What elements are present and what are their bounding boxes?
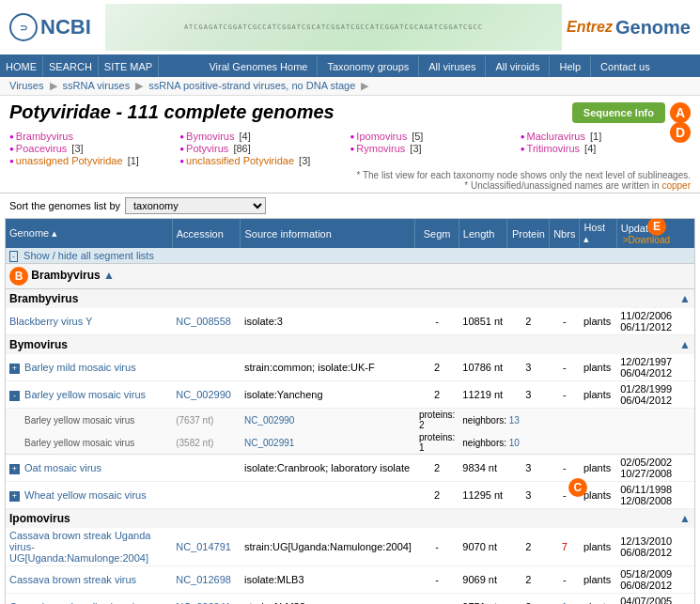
sort-bar: Sort the genomes list by taxonomy length…: [0, 193, 700, 218]
show-hide-row: - Show / hide all segment lists: [6, 248, 694, 264]
tax-link-rymovirus[interactable]: ● Rymovirus [3]: [350, 143, 521, 154]
table-subrow: Barley yellow mosaic virus (7637 nt) NC_…: [6, 409, 694, 432]
col-header-genome[interactable]: Genome ▴: [6, 219, 172, 248]
annotation-d: D: [670, 122, 691, 143]
expand-oat[interactable]: +: [9, 464, 20, 474]
nav-search[interactable]: SEARCH: [43, 56, 99, 77]
col-header-protein: Protein: [507, 219, 550, 248]
header: ⊃ NCBI ATCGAGATCGGATCGCCATCGGATCGCATCGGA…: [0, 0, 700, 56]
ncbi-logo[interactable]: ⊃ NCBI: [9, 13, 91, 41]
table-row: - Barley yellow mosaic virus NC_002990 i…: [6, 381, 694, 409]
genome-link[interactable]: Barley mild mosaic virus: [24, 362, 136, 373]
scroll-up-bymovirus[interactable]: ▲: [679, 338, 691, 351]
group-header-brambyvirus: B Brambyvirus ▲: [6, 264, 694, 289]
entrez-genome-logo: Entrez Genome: [567, 17, 691, 39]
nav-help[interactable]: Help: [550, 56, 591, 77]
accession-link[interactable]: NC_002990: [176, 389, 231, 400]
tax-link-poacevirus[interactable]: ● Poacevirus [3]: [9, 143, 179, 154]
ncbi-brand: NCBI: [40, 15, 91, 39]
sort-select[interactable]: taxonomy length date: [125, 197, 266, 214]
tax-link-ipomovirus[interactable]: ● Ipomovirus [5]: [350, 131, 521, 142]
scroll-up-ipomovirus[interactable]: ▲: [679, 512, 691, 525]
tax-link-unassigned[interactable]: ● unassigned Potyviridae [1]: [9, 155, 179, 166]
table-row: + Barley mild mosaic virus strain:common…: [6, 354, 694, 381]
collapse-barley-yellow[interactable]: -: [9, 391, 20, 401]
nav-viral-genomes-home[interactable]: Viral Genomes Home: [199, 56, 318, 77]
col-header-host: Host ▴: [580, 219, 616, 248]
annotation-b: B: [9, 267, 28, 286]
download-link[interactable]: >Download: [623, 235, 670, 245]
accession-link[interactable]: NC_014791: [176, 541, 231, 552]
col-header-accession[interactable]: Accession: [172, 219, 241, 248]
show-hide-label[interactable]: - Show / hide all segment lists: [6, 248, 694, 264]
breadcrumb-ssrna-positive[interactable]: ssRNA positive-strand viruses, no DNA st…: [148, 80, 355, 91]
genome-link[interactable]: Barley yellow mosaic virus: [24, 389, 146, 400]
nav-contact-us[interactable]: Contact us: [591, 56, 660, 77]
table-row: + Oat mosaic virus isolate:Cranbrook; la…: [6, 455, 694, 482]
tax-link-unclassified[interactable]: ● unclassified Potyviridae [3]: [179, 155, 350, 166]
nbrs-link[interactable]: 7: [562, 541, 568, 552]
group-header-ipomovirus: Ipomovirus ▲: [6, 509, 694, 529]
nav-site-map[interactable]: SITE MAP: [99, 56, 159, 77]
genome-link[interactable]: Cassava brown streak virus: [9, 574, 136, 585]
accession-link[interactable]: NC_008558: [176, 316, 231, 327]
tax-link-tritimovirus[interactable]: ● Tritimovirus [4]: [521, 143, 691, 154]
genome-link[interactable]: Wheat yellow mosaic virus: [24, 489, 147, 501]
col-header-nbrs: Nbrs: [550, 219, 580, 248]
page-title-section: Potyviridae - 111 complete genomes Seque…: [0, 96, 700, 129]
taxonomy-links: ● Brambyvirus ● Bymovirus [4] ● Ipomovir…: [0, 129, 700, 168]
neighbors-link[interactable]: 10: [509, 438, 520, 448]
accession-link[interactable]: NC_012698: [176, 574, 231, 585]
genome-table: Genome ▴ Accession Source information Se…: [6, 219, 694, 604]
annotation-a: A: [670, 102, 691, 123]
breadcrumb-sep1: ▶: [50, 80, 57, 91]
breadcrumb-viruses[interactable]: Viruses: [9, 80, 43, 91]
note-1: * The list view for each taxonomy node s…: [9, 170, 691, 180]
nav-separator: [159, 56, 199, 77]
col-header-length: Length: [459, 219, 507, 248]
breadcrumb-ssrna[interactable]: ssRNA viruses: [63, 80, 131, 91]
neighbors-link[interactable]: 13: [509, 415, 520, 426]
notes-section: * The list view for each taxonomy node s…: [0, 168, 700, 193]
genome-table-container: Genome ▴ Accession Source information Se…: [5, 218, 695, 604]
table-header-row: Genome ▴ Accession Source information Se…: [6, 219, 694, 248]
note-2: * Unclassified/unassigned names are writ…: [9, 180, 691, 191]
genome-link[interactable]: Oat mosaic virus: [24, 462, 101, 473]
nav-all-viroids[interactable]: All viroids: [486, 56, 550, 77]
sub-accession-link[interactable]: NC_002991: [244, 438, 294, 448]
genome-text: Genome: [615, 17, 691, 39]
table-row: Cassava brown streak virus NC_012698 iso…: [6, 566, 694, 594]
sort-label: Sort the genomes list by: [9, 200, 120, 211]
breadcrumb-sep2: ▶: [135, 80, 143, 91]
group-header-bymovirus: Bymovirus ▲: [6, 335, 694, 355]
breadcrumb: Viruses ▶ ssRNA viruses ▶ ssRNA positive…: [0, 77, 700, 96]
expand-barley-mild[interactable]: +: [9, 364, 20, 374]
tax-link-bymovirus[interactable]: ● Bymovirus [4]: [179, 131, 350, 142]
group-header-brambyvirus-spacer: Brambyvirus ▲: [6, 289, 694, 309]
annotation-c: C: [568, 478, 587, 497]
tax-link-brambyvirus[interactable]: ● Brambyvirus: [9, 131, 179, 142]
col-header-source: Source information: [241, 219, 415, 248]
expand-wheat[interactable]: +: [9, 491, 20, 502]
col-header-updated: Updated E >Download: [616, 219, 694, 248]
breadcrumb-sep3: ▶: [361, 80, 368, 91]
genome-link-blackberry[interactable]: Blackberry virus Y: [9, 316, 92, 327]
table-row: Cassava brown streak Uganda virus-UG[Uga…: [6, 528, 694, 566]
nav-home[interactable]: HOME: [0, 56, 43, 77]
entrez-text: Entrez: [567, 19, 613, 36]
nav-all-viruses[interactable]: All viruses: [419, 56, 486, 77]
genome-link[interactable]: Cassava brown streak Uganda virus-UG[Uga…: [9, 530, 150, 564]
table-row: + Wheat yellow mosaic virus 2 11295 nt 3…: [6, 482, 694, 509]
nav-taxonomy-groups[interactable]: Taxonomy groups: [318, 56, 419, 77]
table-subrow: Barley yellow mosaic virus (3582 nt) NC_…: [6, 431, 694, 455]
annotation-e: E: [647, 218, 666, 236]
page-title: Potyviridae - 111 complete genomes: [9, 101, 334, 123]
tax-link-potyvirus[interactable]: ● Potyvirus [86]: [179, 143, 350, 154]
sub-accession-link[interactable]: NC_002990: [244, 415, 294, 426]
header-dna-image: ATCGAGATCGGATCGCCATCGGATCGCATCGGATCGCCAT…: [105, 4, 562, 51]
col-header-segm: Segm: [415, 219, 459, 248]
table-row: Blackberry virus Y NC_008558 isolate:3 -…: [6, 308, 694, 335]
tax-link-macluravirus[interactable]: ● Macluravirus [1]: [521, 131, 691, 142]
scroll-up-brambyvirus[interactable]: ▲: [103, 269, 115, 282]
sequence-info-button[interactable]: Sequence Info: [572, 102, 665, 123]
